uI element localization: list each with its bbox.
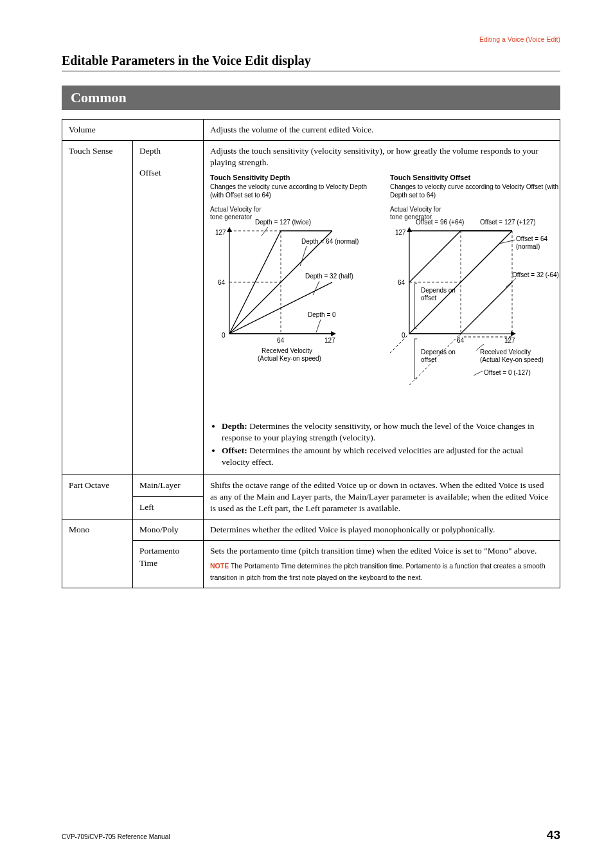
svg-text:0: 0 bbox=[222, 332, 226, 339]
mono-label: Mono bbox=[62, 520, 133, 588]
volume-desc: Adjusts the volume of the current edited… bbox=[204, 120, 560, 141]
svg-text:(Actual Key-on speed): (Actual Key-on speed) bbox=[480, 356, 544, 363]
breadcrumb: Editing a Voice (Voice Edit) bbox=[62, 35, 560, 43]
portamento-desc: Sets the portamento time (pitch transiti… bbox=[210, 545, 553, 557]
svg-text:64: 64 bbox=[218, 279, 226, 286]
volume-label: Volume bbox=[62, 120, 204, 141]
svg-line-15 bbox=[262, 227, 268, 236]
part-octave-desc: Shifts the octave range of the edited Vo… bbox=[204, 475, 560, 520]
footer-left: CVP-709/CVP-705 Reference Manual bbox=[62, 833, 170, 840]
svg-text:Actual Velocity for: Actual Velocity for bbox=[210, 206, 262, 213]
svg-text:Offset = 0 (-127): Offset = 0 (-127) bbox=[484, 369, 531, 376]
svg-text:127: 127 bbox=[324, 337, 335, 344]
svg-text:Offset = 32 (-64): Offset = 32 (-64) bbox=[512, 271, 559, 278]
monopoly-label: Mono/Poly bbox=[133, 520, 204, 541]
svg-line-17 bbox=[300, 246, 306, 266]
table-row: Part Octave Main/Layer Shifts the octave… bbox=[62, 475, 560, 497]
svg-text:0: 0 bbox=[402, 332, 405, 339]
svg-text:offset: offset bbox=[421, 294, 436, 302]
portamento-label: Portamento Time bbox=[133, 541, 204, 588]
diagram-area: Touch Sensitivity Depth Changes the velo… bbox=[210, 173, 553, 414]
bullet-depth-label: Depth: bbox=[222, 421, 247, 431]
svg-marker-30 bbox=[511, 331, 516, 336]
bullet-offset-text: Determines the amount by which received … bbox=[222, 446, 523, 467]
svg-text:tone generator: tone generator bbox=[210, 213, 253, 221]
touch-sense-bullets: Depth: Determines the velocity sensitivi… bbox=[210, 420, 553, 469]
depth-label: Depth bbox=[139, 145, 197, 157]
offset-chart: Actual Velocity for tone generator 127 6… bbox=[390, 205, 564, 411]
footer: CVP-709/CVP-705 Reference Manual 43 bbox=[62, 828, 560, 842]
page-number: 43 bbox=[547, 828, 560, 842]
svg-text:Depth = 32 (half): Depth = 32 (half) bbox=[305, 273, 353, 280]
svg-text:127: 127 bbox=[504, 337, 515, 344]
svg-text:Received Velocity: Received Velocity bbox=[480, 348, 531, 356]
table-row: Touch Sense Depth Offset Adjusts the tou… bbox=[62, 141, 560, 475]
page: Editing a Voice (Voice Edit) Editable Pa… bbox=[0, 0, 613, 868]
portamento-cell: Sets the portamento time (pitch transiti… bbox=[204, 541, 560, 588]
touch-sense-label: Touch Sense bbox=[62, 141, 133, 475]
svg-text:Depth = 64 (normal): Depth = 64 (normal) bbox=[301, 238, 359, 245]
common-heading: Common bbox=[62, 86, 560, 110]
touch-sense-params: Depth Offset bbox=[133, 141, 204, 475]
svg-marker-4 bbox=[227, 227, 232, 232]
svg-text:64: 64 bbox=[277, 337, 285, 344]
svg-line-56 bbox=[474, 371, 483, 375]
part-octave-label: Part Octave bbox=[62, 475, 133, 520]
note-body: The Portamento Time determines the pitch… bbox=[210, 562, 546, 581]
monopoly-desc: Determines whether the edited Voice is p… bbox=[204, 520, 560, 541]
svg-text:Depends on: Depends on bbox=[421, 287, 456, 294]
svg-text:Depends on: Depends on bbox=[421, 348, 456, 356]
offset-diagram: Touch Sensitivity Offset Changes to velo… bbox=[390, 173, 562, 414]
svg-text:64: 64 bbox=[398, 279, 405, 286]
svg-text:Depth = 0: Depth = 0 bbox=[308, 311, 336, 318]
table-row: Mono Mono/Poly Determines whether the ed… bbox=[62, 520, 560, 541]
depth-chart: Actual Velocity for tone generator 127 bbox=[210, 205, 377, 372]
svg-text:Actual Velocity for: Actual Velocity for bbox=[390, 206, 441, 213]
parameter-table: Volume Adjusts the volume of the current… bbox=[62, 119, 560, 588]
svg-line-40 bbox=[390, 334, 409, 385]
svg-text:Offset = 96 (+64): Offset = 96 (+64) bbox=[416, 219, 464, 226]
section-title: Editable Parameters in the Voice Edit di… bbox=[62, 53, 560, 71]
touch-sense-desc: Adjusts the touch sensitivity (velocity … bbox=[204, 141, 560, 475]
svg-line-21 bbox=[316, 320, 321, 332]
bullet-depth-text: Determines the velocity sensitivity, or … bbox=[222, 421, 534, 442]
svg-text:127: 127 bbox=[395, 229, 406, 236]
main-layer-label: Main/Layer bbox=[133, 475, 204, 497]
svg-text:Received Velocity: Received Velocity bbox=[262, 347, 312, 354]
table-row: Volume Adjusts the volume of the current… bbox=[62, 120, 560, 141]
depth-diagram-sub: Changes the velocity curve according to … bbox=[210, 183, 377, 200]
offset-diagram-sub: Changes to velocity curve according to V… bbox=[390, 183, 562, 200]
svg-text:(normal): (normal) bbox=[516, 243, 540, 250]
svg-text:64: 64 bbox=[457, 337, 465, 344]
touch-sense-intro: Adjusts the touch sensitivity (velocity … bbox=[210, 145, 553, 168]
svg-text:127: 127 bbox=[215, 229, 226, 236]
bullet-offset-label: Offset: bbox=[222, 446, 247, 455]
offset-label: Offset bbox=[139, 167, 197, 179]
bullet-depth: Depth: Determines the velocity sensitivi… bbox=[222, 420, 553, 444]
bullet-offset: Offset: Determines the amount by which r… bbox=[222, 445, 553, 468]
depth-diagram-title: Touch Sensitivity Depth bbox=[210, 173, 377, 183]
svg-line-19 bbox=[313, 281, 319, 295]
table-row: Portamento Time Sets the portamento time… bbox=[62, 541, 560, 588]
svg-line-47 bbox=[506, 278, 516, 287]
svg-text:(Actual Key-on speed): (Actual Key-on speed) bbox=[258, 355, 321, 362]
svg-text:Depth = 127 (twice): Depth = 127 (twice) bbox=[255, 219, 311, 226]
svg-text:Offset = 64: Offset = 64 bbox=[516, 235, 547, 242]
svg-text:offset: offset bbox=[421, 356, 436, 363]
depth-diagram: Touch Sensitivity Depth Changes the velo… bbox=[210, 173, 377, 414]
note-label: NOTE bbox=[210, 562, 229, 570]
offset-diagram-title: Touch Sensitivity Offset bbox=[390, 173, 562, 183]
svg-text:Offset = 127 (+127): Offset = 127 (+127) bbox=[480, 219, 536, 226]
svg-marker-29 bbox=[407, 227, 412, 232]
left-label: Left bbox=[133, 497, 204, 520]
